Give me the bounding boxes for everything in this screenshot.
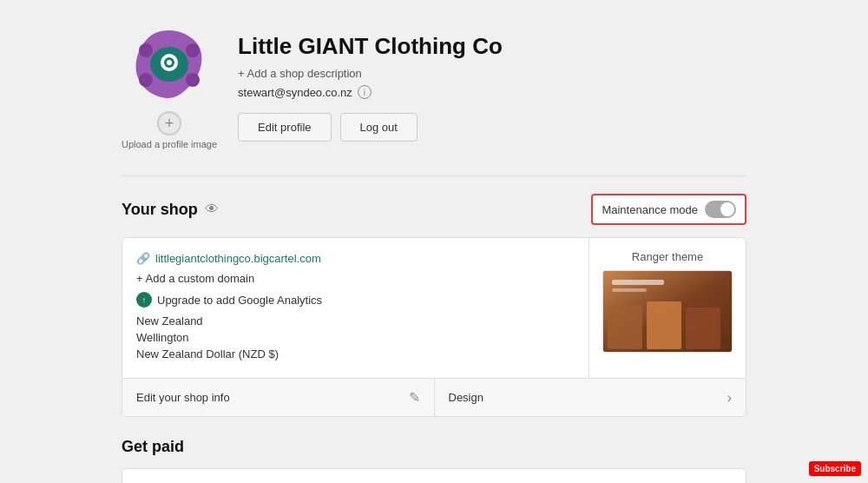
profile-buttons: Edit profile Log out — [238, 113, 746, 142]
youtube-badge: Subscribe — [809, 461, 861, 476]
get-paid-section: Get paid — Accept credit cards with Stri… — [122, 438, 746, 483]
payment-card: — Accept credit cards with Stripe — [122, 468, 746, 483]
shop-name: Little GIANT Clothing Co — [238, 33, 746, 60]
theme-preview — [602, 270, 733, 353]
upgrade-icon: ↑ — [136, 292, 152, 308]
shop-actions: Edit your shop info ✎ Design › — [122, 378, 746, 416]
eye-icon[interactable]: 👁 — [205, 202, 219, 217]
profile-image-area: + Upload a profile image — [122, 26, 217, 149]
logout-button[interactable]: Log out — [340, 113, 418, 142]
section-header: Your shop 👁 Maintenance mode — [122, 194, 746, 225]
svg-point-5 — [186, 43, 200, 57]
upload-label: Upload a profile image — [122, 139, 217, 149]
your-shop-title: Your shop — [122, 201, 198, 219]
shop-card-inner: 🔗 littlegiantclothingco.bigcartel.com + … — [122, 238, 746, 378]
edit-shop-info-label: Edit your shop info — [136, 391, 230, 404]
upgrade-row: ↑ Upgrade to add Google Analytics — [136, 292, 575, 308]
svg-rect-10 — [608, 306, 642, 349]
design-button[interactable]: Design › — [435, 379, 746, 416]
upgrade-analytics-text[interactable]: Upgrade to add Google Analytics — [157, 294, 322, 307]
profile-avatar — [130, 26, 208, 104]
svg-rect-12 — [686, 308, 720, 349]
svg-point-7 — [186, 73, 200, 87]
city-text: Wellington — [136, 331, 575, 344]
maintenance-mode-toggle[interactable] — [705, 201, 736, 218]
svg-point-6 — [139, 73, 153, 87]
theme-preview-image — [603, 271, 732, 352]
section-title-row: Your shop 👁 — [122, 201, 219, 219]
shop-section: Your shop 👁 Maintenance mode 🔗 littlegia… — [122, 194, 746, 417]
svg-rect-14 — [612, 288, 647, 292]
email-text: stewart@syndeo.co.nz — [238, 86, 352, 99]
maintenance-mode-label: Maintenance mode — [602, 203, 698, 216]
shop-url-link[interactable]: 🔗 littlegiantclothingco.bigcartel.com — [136, 252, 575, 265]
email-row: stewart@syndeo.co.nz i — [238, 85, 746, 99]
svg-point-4 — [139, 43, 153, 57]
theme-label: Ranger theme — [632, 250, 703, 263]
add-description-link[interactable]: + Add a shop description — [238, 67, 746, 80]
get-paid-title: Get paid — [122, 438, 746, 456]
profile-section: + Upload a profile image Little GIANT Cl… — [122, 26, 746, 149]
svg-rect-13 — [612, 280, 664, 285]
shop-info-panel: 🔗 littlegiantclothingco.bigcartel.com + … — [122, 238, 589, 378]
upload-plus-button[interactable]: + — [157, 111, 181, 136]
svg-point-3 — [167, 60, 172, 65]
maintenance-mode-box: Maintenance mode — [591, 194, 746, 225]
divider — [122, 175, 746, 176]
shop-card: 🔗 littlegiantclothingco.bigcartel.com + … — [122, 237, 746, 417]
country-text: New Zealand — [136, 314, 575, 328]
shop-url-text: littlegiantclothingco.bigcartel.com — [155, 252, 321, 265]
chevron-right-icon: › — [727, 390, 732, 406]
theme-panel: Ranger theme — [589, 238, 746, 378]
info-icon[interactable]: i — [358, 85, 372, 99]
design-label: Design — [449, 391, 483, 404]
pencil-icon: ✎ — [409, 389, 420, 406]
link-icon: 🔗 — [136, 252, 150, 265]
currency-text: New Zealand Dollar (NZD $) — [136, 347, 575, 361]
profile-info: Little GIANT Clothing Co + Add a shop de… — [238, 26, 746, 142]
edit-shop-info-button[interactable]: Edit your shop info ✎ — [122, 379, 435, 416]
edit-profile-button[interactable]: Edit profile — [238, 113, 331, 142]
svg-rect-11 — [647, 301, 681, 349]
upload-area[interactable]: + Upload a profile image — [122, 111, 217, 149]
add-custom-domain[interactable]: + Add a custom domain — [136, 272, 575, 285]
